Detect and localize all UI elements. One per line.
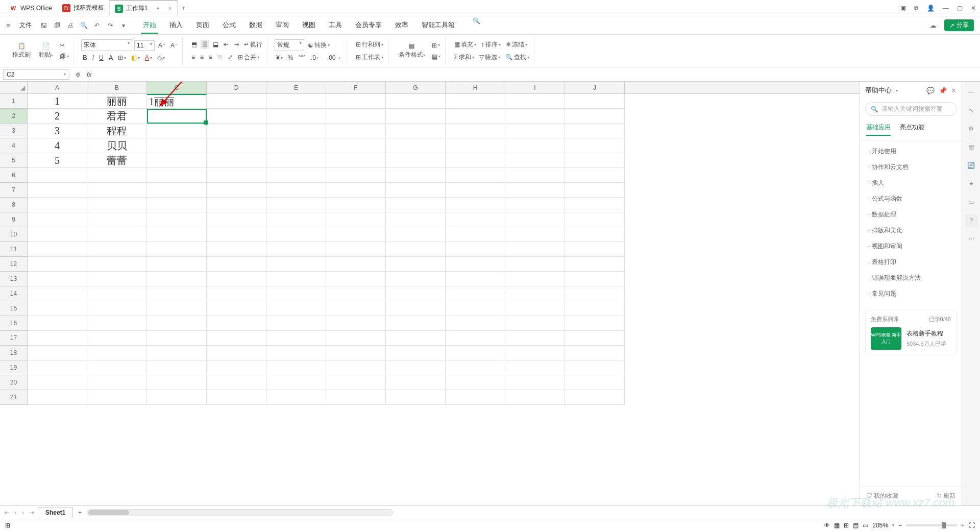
- cell-J20[interactable]: [565, 375, 625, 390]
- cell-D6[interactable]: [207, 168, 266, 183]
- cell-J4[interactable]: [565, 138, 625, 153]
- cell-G12[interactable]: [386, 257, 446, 272]
- cell-G4[interactable]: [386, 138, 446, 153]
- row-header[interactable]: 1: [0, 94, 28, 109]
- cell-A21[interactable]: [28, 390, 87, 405]
- cell-G17[interactable]: [386, 331, 446, 346]
- grid[interactable]: 11丽丽1丽丽22君君33程程44贝贝55蕾蕾67891011121314151…: [0, 94, 860, 405]
- fill-button[interactable]: ▦ 填充▾: [453, 39, 478, 50]
- cell-B4[interactable]: 贝贝: [87, 138, 147, 153]
- cell-J1[interactable]: [565, 94, 625, 109]
- help-item[interactable]: 排版和美化: [860, 223, 962, 238]
- cell-A4[interactable]: 4: [28, 138, 87, 153]
- cell-I6[interactable]: [505, 168, 565, 183]
- help-ricon[interactable]: ?: [965, 214, 977, 227]
- cell-B18[interactable]: [87, 346, 147, 360]
- cell-C13[interactable]: [147, 272, 207, 286]
- cell-E3[interactable]: [266, 124, 326, 138]
- cell-B6[interactable]: [87, 168, 147, 183]
- cell-H3[interactable]: [446, 124, 505, 138]
- cell-F15[interactable]: [326, 301, 386, 316]
- cell-C18[interactable]: [147, 346, 207, 360]
- bold-icon[interactable]: B: [81, 53, 89, 62]
- row-header[interactable]: 21: [0, 390, 28, 405]
- cell-J14[interactable]: [565, 286, 625, 301]
- cell-I17[interactable]: [505, 331, 565, 346]
- sheet-tab[interactable]: Sheet1: [38, 507, 73, 518]
- cell-E15[interactable]: [266, 301, 326, 316]
- cell-E17[interactable]: [266, 331, 326, 346]
- course-card[interactable]: 免费系列课 已学0/48 WPS表格 新手入门 表格新手教程 5034.5万人已…: [865, 310, 957, 355]
- cell-E14[interactable]: [266, 286, 326, 301]
- help-item[interactable]: 常见问题: [860, 286, 962, 302]
- cell-J21[interactable]: [565, 390, 625, 405]
- print-icon[interactable]: 🖨: [65, 22, 76, 29]
- help-tab-basic[interactable]: 基础应用: [866, 123, 891, 136]
- row-header[interactable]: 3: [0, 124, 28, 138]
- cell-G10[interactable]: [386, 227, 446, 242]
- rowcol-button[interactable]: ⊞ 行和列▾: [354, 39, 385, 50]
- cell-C12[interactable]: [147, 257, 207, 272]
- pin-icon[interactable]: 📌: [939, 87, 947, 94]
- cell-J15[interactable]: [565, 301, 625, 316]
- select-icon[interactable]: ↖: [965, 104, 977, 116]
- new-tab-button[interactable]: +: [182, 5, 185, 12]
- cell-F21[interactable]: [326, 390, 386, 405]
- name-box[interactable]: C2▾: [3, 69, 69, 80]
- app-tab-template[interactable]: D 找稻壳模板: [57, 0, 109, 16]
- file-menu[interactable]: 文件: [15, 19, 36, 32]
- cell-E16[interactable]: [266, 316, 326, 331]
- cell-J19[interactable]: [565, 360, 625, 375]
- convert-button[interactable]: ☯ 转换▾: [306, 40, 331, 51]
- cell-F18[interactable]: [326, 346, 386, 360]
- cell-I1[interactable]: [505, 94, 565, 109]
- tab-view[interactable]: 视图: [300, 17, 317, 34]
- increase-font-icon[interactable]: A⁺: [157, 41, 167, 50]
- cell-D10[interactable]: [207, 227, 266, 242]
- cell-A7[interactable]: [28, 183, 87, 198]
- cell-E11[interactable]: [266, 242, 326, 257]
- row-header[interactable]: 11: [0, 242, 28, 257]
- cell-A18[interactable]: [28, 346, 87, 360]
- cell-A5[interactable]: 5: [28, 153, 87, 168]
- cell-D8[interactable]: [207, 198, 266, 212]
- cell-B2[interactable]: 君君: [87, 109, 147, 124]
- cut-icon[interactable]: ✂: [58, 41, 70, 50]
- cell-C15[interactable]: [147, 301, 207, 316]
- cell-H16[interactable]: [446, 316, 505, 331]
- cell-H6[interactable]: [446, 168, 505, 183]
- format-painter-button[interactable]: 📋格式刷: [9, 40, 34, 61]
- cell-I12[interactable]: [505, 257, 565, 272]
- cell-D5[interactable]: [207, 153, 266, 168]
- row-header[interactable]: 14: [0, 286, 28, 301]
- cell-G21[interactable]: [386, 390, 446, 405]
- tab-ai[interactable]: 智能工具箱: [420, 17, 457, 34]
- orientation-icon[interactable]: ⤢: [226, 53, 234, 62]
- cell-D18[interactable]: [207, 346, 266, 360]
- view-page-icon[interactable]: ▤: [853, 522, 859, 529]
- cell-C8[interactable]: [147, 198, 207, 212]
- clear-format-icon[interactable]: ◇▾: [156, 53, 166, 62]
- cell-J10[interactable]: [565, 227, 625, 242]
- settings-icon[interactable]: ⚙: [965, 123, 977, 135]
- view-grid-icon[interactable]: ▦: [834, 522, 840, 529]
- cell-D11[interactable]: [207, 242, 266, 257]
- fx-icon[interactable]: fx: [84, 71, 94, 78]
- worksheet-button[interactable]: ⊞ 工作表▾: [354, 52, 385, 63]
- tab-member[interactable]: 会员专享: [353, 17, 384, 34]
- strike-icon[interactable]: A̶: [107, 53, 114, 62]
- cell-I9[interactable]: [505, 212, 565, 227]
- cell-H1[interactable]: [446, 94, 505, 109]
- cell-I11[interactable]: [505, 242, 565, 257]
- align-middle-icon[interactable]: ☰: [201, 40, 209, 49]
- cell-H19[interactable]: [446, 360, 505, 375]
- cell-G20[interactable]: [386, 375, 446, 390]
- cell-J3[interactable]: [565, 124, 625, 138]
- cell-I19[interactable]: [505, 360, 565, 375]
- cell-D15[interactable]: [207, 301, 266, 316]
- cell-B1[interactable]: 丽丽: [87, 94, 147, 109]
- tab-data[interactable]: 数据: [247, 17, 264, 34]
- cell-A11[interactable]: [28, 242, 87, 257]
- help-item[interactable]: 视图和审阅: [860, 238, 962, 254]
- tab-insert[interactable]: 插入: [167, 17, 185, 34]
